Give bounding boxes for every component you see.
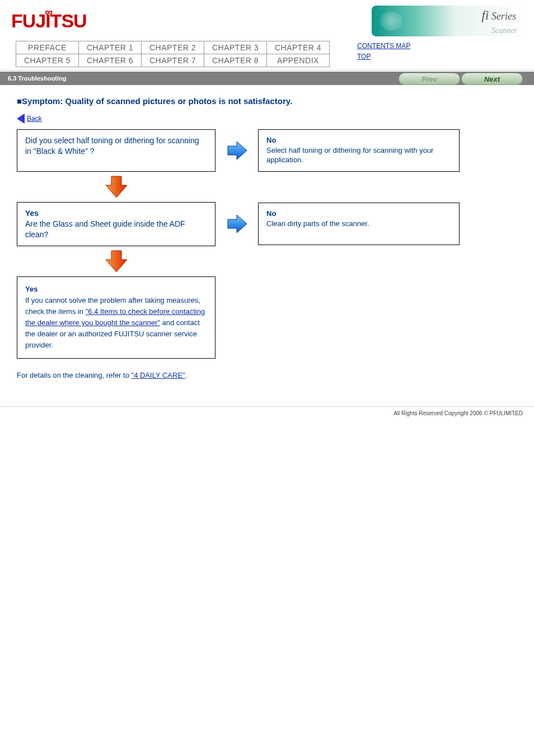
flow-question-2-text: Are the Glass and Sheet guide inside the… bbox=[25, 219, 207, 240]
flow-answer-1-text: Select half toning or dithering for scan… bbox=[266, 145, 451, 165]
tab-chapter-1[interactable]: CHAPTER 1 bbox=[78, 41, 142, 54]
section-title: 6.3 Troubleshooting bbox=[8, 75, 67, 82]
closing-note: For details on the cleaning, refer to "4… bbox=[17, 371, 500, 379]
flow-question-1: Did you select half toning or dithering … bbox=[17, 129, 216, 172]
banner-series: fi fi SeriesSeries bbox=[481, 8, 516, 23]
contents-map-link[interactable]: CONTENTS MAP bbox=[357, 42, 410, 50]
tab-chapter-6[interactable]: CHAPTER 6 bbox=[78, 54, 142, 67]
tab-appendix[interactable]: APPENDIX bbox=[266, 54, 330, 67]
tab-chapter-7[interactable]: CHAPTER 7 bbox=[141, 54, 204, 67]
arrow-down-1 bbox=[17, 172, 216, 202]
tab-chapter-4[interactable]: CHAPTER 4 bbox=[266, 41, 330, 54]
flow-answer-2: No Clean dirty parts of the scanner. bbox=[258, 203, 460, 245]
brand-logo-accent: ∞ bbox=[45, 6, 52, 18]
back-link[interactable]: Back bbox=[27, 115, 42, 123]
closing-link[interactable]: "4 DAILY CARE" bbox=[132, 371, 185, 379]
section-bar: 6.3 Troubleshooting Prev Next bbox=[0, 72, 534, 85]
tab-preface[interactable]: PREFACE bbox=[16, 41, 79, 54]
tab-chapter-3[interactable]: CHAPTER 3 bbox=[204, 41, 267, 54]
chapter-tabs: PREFACE CHAPTER 1 CHAPTER 2 CHAPTER 3 CH… bbox=[16, 41, 340, 67]
banner-sub: Scanner bbox=[491, 26, 517, 35]
closing-suffix: . bbox=[185, 371, 188, 379]
flow-answer-1: No Select half toning or dithering for s… bbox=[258, 129, 460, 172]
copyright: All Rights Reserved Copyright 2006 © PFU… bbox=[0, 407, 534, 428]
arrow-down-2 bbox=[17, 246, 216, 276]
brand-logo: ∞ FUJITSU bbox=[11, 10, 87, 32]
flow-question-2: Yes Are the Glass and Sheet guide inside… bbox=[17, 202, 216, 246]
symptom-heading: ■Symptom: Quality of scanned pictures or… bbox=[17, 96, 500, 106]
side-links: CONTENTS MAP TOP bbox=[357, 41, 410, 62]
next-button[interactable]: Next bbox=[461, 73, 523, 85]
top-link[interactable]: TOP bbox=[357, 53, 371, 60]
divider-top bbox=[0, 70, 534, 71]
flow-answer-2-text: Clean dirty parts of the scanner. bbox=[266, 219, 451, 229]
tab-chapter-8[interactable]: CHAPTER 8 bbox=[204, 54, 267, 67]
arrow-right-2 bbox=[226, 213, 248, 235]
prev-button[interactable]: Prev bbox=[399, 73, 460, 85]
product-banner: fi fi SeriesSeries Scanner bbox=[372, 6, 523, 36]
tab-chapter-2[interactable]: CHAPTER 2 bbox=[141, 41, 204, 54]
tab-chapter-5[interactable]: CHAPTER 5 bbox=[16, 54, 79, 67]
flow-final: Yes If you cannot solve the problem afte… bbox=[17, 276, 216, 359]
flow-answer-2-label: No bbox=[266, 209, 451, 219]
flow-chart: Did you select half toning or dithering … bbox=[17, 129, 500, 359]
arrow-right-1 bbox=[226, 139, 248, 162]
back-icon bbox=[17, 114, 25, 124]
closing-prefix: For details on the cleaning, refer to bbox=[17, 371, 132, 379]
flow-answer-1-label: No bbox=[266, 135, 451, 145]
